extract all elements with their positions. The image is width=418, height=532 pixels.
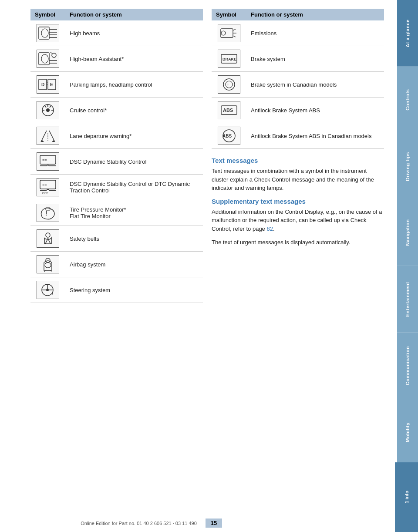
- symbol-cell: BRAKE: [212, 46, 246, 72]
- svg-text:ABS: ABS: [223, 108, 233, 113]
- symbol-cell: ABS: [212, 123, 246, 149]
- table-row: Cruise control*: [30, 98, 203, 123]
- info-tab-label: 1 info: [404, 491, 409, 503]
- sidebar-item-navigation[interactable]: Navigation: [397, 199, 418, 266]
- emissions-label: Emissions: [246, 20, 384, 46]
- sidebar-item-at-glance[interactable]: At a glance: [397, 0, 418, 67]
- svg-point-61: [223, 79, 235, 90]
- sidebar-item-mobility[interactable]: Mobility: [397, 399, 418, 466]
- table-row: Lane departure warning*: [30, 123, 203, 149]
- symbol-cell: !: [30, 200, 65, 226]
- sidebar-item-driving-tips[interactable]: Driving tips: [397, 133, 418, 200]
- dsc-off-icon: ≡≡ OFF: [37, 178, 59, 196]
- dsc-label: DSC Dynamic Stability Control: [65, 149, 203, 175]
- svg-text:OFF: OFF: [42, 192, 49, 195]
- brake-system-label: Brake system: [246, 46, 384, 72]
- table-row: High-beam Assistant*: [30, 46, 203, 72]
- svg-point-7: [41, 54, 48, 63]
- tire-pressure-label: Tire Pressure Monitor*Flat Tire Monitor: [65, 200, 203, 226]
- svg-point-8: [52, 53, 56, 57]
- svg-point-44: [46, 258, 50, 263]
- table-row: High beams: [30, 20, 203, 46]
- parking-lamps-label: Parking lamps, headlamp control: [65, 72, 203, 98]
- svg-text:BRAKE: BRAKE: [222, 57, 236, 61]
- svg-text:≡≡: ≡≡: [42, 182, 47, 187]
- table-row: ABS Antilock Brake System ABS: [212, 98, 384, 123]
- right-symbol-table: Symbol Function or system: [212, 9, 384, 149]
- abs-canadian-icon: ABS: [218, 127, 240, 145]
- sidebar-item-entertainment[interactable]: Entertainment: [397, 266, 418, 333]
- table-row: BRAKE Brake system: [212, 46, 384, 72]
- abs-canadian-label: Antilock Brake System ABS in Canadian mo…: [246, 123, 384, 149]
- supplementary-body1: Additional information on the Control Di…: [212, 208, 384, 233]
- svg-text:D: D: [41, 82, 44, 87]
- svg-line-22: [45, 106, 46, 108]
- symbol-cell: [30, 98, 65, 123]
- svg-text:E: E: [50, 82, 53, 87]
- symbol-cell: !: [212, 72, 246, 98]
- svg-line-25: [41, 131, 47, 141]
- brake-canadian-label: Brake system in Canadian models: [246, 72, 384, 98]
- svg-line-9: [51, 52, 52, 54]
- svg-marker-29: [52, 140, 55, 142]
- high-beam-assistant-icon: [37, 50, 59, 68]
- high-beams-label: High beams: [65, 20, 203, 46]
- left-symbol-table: Symbol Function or system: [30, 9, 203, 303]
- svg-point-1: [41, 29, 48, 37]
- tire-pressure-icon: !: [37, 204, 59, 222]
- cruise-control-label: Cruise control*: [65, 98, 203, 123]
- symbol-cell: [30, 226, 65, 252]
- symbol-cell: [212, 20, 246, 46]
- svg-text:!: !: [227, 83, 229, 87]
- sidebar-item-controls[interactable]: Controls: [397, 67, 418, 133]
- lane-departure-icon: [37, 127, 59, 145]
- right-header-symbol: Symbol: [212, 9, 246, 20]
- svg-point-41: [46, 233, 50, 237]
- text-messages-title: Text messages: [212, 157, 384, 164]
- svg-line-26: [49, 131, 54, 141]
- symbol-cell: [30, 20, 65, 46]
- symbol-cell: [30, 123, 65, 149]
- page-link[interactable]: 82: [266, 226, 273, 232]
- parking-lamps-icon: D E: [37, 75, 59, 94]
- symbol-cell: ≡≡: [30, 149, 65, 175]
- abs-icon: ABS: [218, 101, 240, 119]
- svg-point-49: [46, 289, 49, 291]
- left-header-symbol: Symbol: [30, 9, 65, 20]
- table-row: Safety belts: [30, 226, 203, 252]
- table-row: ! Tire Pressure Monitor*Flat Tire Monito…: [30, 200, 203, 226]
- emissions-icon: [218, 24, 240, 42]
- svg-point-19: [46, 108, 50, 112]
- supplementary-title: Supplementary text messages: [212, 198, 384, 205]
- svg-text:ABS: ABS: [222, 134, 232, 138]
- svg-line-58: [233, 36, 236, 37]
- symbol-cell: !: [30, 277, 65, 303]
- table-row: ! Brake system in Canadian models: [212, 72, 384, 98]
- dsc-icon: ≡≡: [37, 152, 59, 171]
- info-tab[interactable]: 1 info: [395, 462, 418, 532]
- table-row: ≡≡ OFF DSC Dynamic Stability Control or …: [30, 175, 203, 200]
- footer: Online Edition for Part no. 01 40 2 606 …: [30, 519, 397, 528]
- svg-rect-54: [221, 29, 233, 37]
- table-row: ≡≡ DSC Dynamic Stability Control: [30, 149, 203, 175]
- table-row: Emissions: [212, 20, 384, 46]
- sidebar: At a glance Controls Driving tips Naviga…: [397, 0, 418, 532]
- right-column: Symbol Function or system: [212, 9, 384, 303]
- page-number: 15: [206, 519, 222, 528]
- sidebar-item-communication[interactable]: Communication: [397, 333, 418, 399]
- svg-marker-28: [40, 140, 44, 142]
- symbol-cell: ≡≡ OFF: [30, 175, 65, 200]
- brake-canadian-icon: !: [218, 75, 240, 94]
- left-column: Symbol Function or system: [30, 9, 203, 303]
- text-messages-body: Text messages in combination with a symb…: [212, 167, 384, 192]
- svg-text:≡≡: ≡≡: [42, 158, 47, 162]
- high-beams-icon: [37, 24, 59, 42]
- safety-belts-label: Safety belts: [65, 226, 203, 252]
- table-row: D E Parking lamps, headlamp control: [30, 72, 203, 98]
- table-row: Airbag system: [30, 252, 203, 277]
- supplementary-body2: The text of urgent messages is displayed…: [212, 238, 384, 247]
- abs-label: Antilock Brake System ABS: [246, 98, 384, 123]
- left-header-function: Function or system: [65, 9, 203, 20]
- columns-layout: Symbol Function or system: [30, 9, 384, 303]
- table-row: ! Steering system: [30, 277, 203, 303]
